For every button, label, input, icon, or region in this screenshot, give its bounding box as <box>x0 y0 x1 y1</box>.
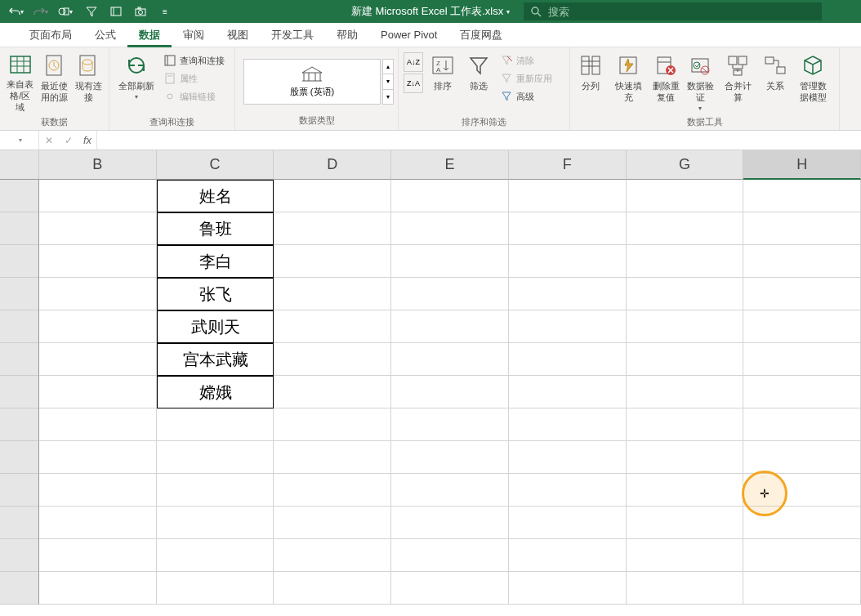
cell[interactable] <box>391 507 509 539</box>
row-header[interactable] <box>0 343 39 376</box>
cell[interactable] <box>274 507 391 539</box>
fx-label[interactable]: fx <box>78 131 97 150</box>
cell[interactable]: 姓名 <box>157 180 274 212</box>
tab-help[interactable]: 帮助 <box>325 23 369 47</box>
cell[interactable]: 鲁班 <box>157 212 274 245</box>
row-header[interactable] <box>0 441 39 474</box>
cell[interactable] <box>391 474 509 507</box>
cell[interactable] <box>274 212 391 245</box>
cell[interactable] <box>391 343 509 376</box>
col-header-B[interactable]: B <box>39 150 157 180</box>
sort-desc-button[interactable]: Z↓A <box>404 74 423 93</box>
cell[interactable] <box>157 408 274 441</box>
cell[interactable] <box>391 278 509 310</box>
cell[interactable] <box>627 507 744 539</box>
cell[interactable] <box>39 212 157 245</box>
qat-shape-button[interactable]: ▾ <box>56 2 78 21</box>
nav-down-button[interactable]: ▾ <box>383 74 393 89</box>
filter-button[interactable]: 筛选 <box>461 51 497 114</box>
cell[interactable] <box>274 474 391 507</box>
cell[interactable] <box>274 572 391 605</box>
cell[interactable] <box>274 180 391 212</box>
cell[interactable] <box>39 408 157 441</box>
cell[interactable]: 嫦娥 <box>157 376 274 408</box>
cell[interactable]: 宫本武藏 <box>157 343 274 376</box>
cell[interactable] <box>743 408 861 441</box>
col-header-D[interactable]: D <box>274 150 391 180</box>
manage-model-button[interactable]: 管理数据模型 <box>792 51 833 114</box>
cell[interactable] <box>274 408 391 441</box>
tab-power-pivot[interactable]: Power Pivot <box>369 23 448 47</box>
cell[interactable] <box>391 572 509 605</box>
undo-button[interactable]: ▾ <box>7 2 29 21</box>
row-header[interactable] <box>0 474 39 507</box>
tab-baidu[interactable]: 百度网盘 <box>448 23 514 47</box>
cell[interactable] <box>509 278 627 310</box>
select-all-corner[interactable] <box>0 150 39 180</box>
cell[interactable] <box>627 278 744 310</box>
recent-sources-button[interactable]: 最近使用的源 <box>38 51 72 114</box>
cell[interactable] <box>743 212 861 245</box>
cell[interactable] <box>391 180 509 212</box>
sort-asc-button[interactable]: A↓Z <box>404 52 423 72</box>
cell[interactable] <box>391 212 509 245</box>
cell[interactable] <box>39 441 157 474</box>
cell[interactable] <box>743 278 861 310</box>
tab-view[interactable]: 视图 <box>216 23 260 47</box>
cancel-formula-button[interactable]: ✕ <box>39 135 59 146</box>
cell[interactable] <box>274 278 391 310</box>
cell[interactable] <box>39 343 157 376</box>
filter-icon-button[interactable] <box>80 2 103 21</box>
remove-duplicates-button[interactable]: 删除重复值 <box>649 51 683 114</box>
search-box[interactable] <box>524 2 822 20</box>
consolidate-button[interactable]: 合并计算 <box>717 51 758 114</box>
from-table-button[interactable]: 来自表格/区域 <box>3 51 38 114</box>
row-header[interactable] <box>0 180 39 212</box>
cell[interactable] <box>627 539 744 572</box>
cell[interactable] <box>157 441 274 474</box>
cell[interactable] <box>627 474 744 507</box>
qat-customize-button[interactable]: ≡ <box>154 2 176 21</box>
tab-formulas[interactable]: 公式 <box>83 23 127 47</box>
col-header-E[interactable]: E <box>391 150 509 180</box>
cell[interactable] <box>627 376 744 408</box>
cell[interactable] <box>743 474 861 507</box>
cell[interactable] <box>39 180 157 212</box>
cell[interactable] <box>627 572 744 605</box>
tab-data[interactable]: 数据 <box>127 23 172 47</box>
search-input[interactable] <box>548 6 815 18</box>
flash-fill-button[interactable]: 快速填充 <box>608 51 649 114</box>
row-header[interactable] <box>0 278 39 310</box>
nav-up-button[interactable]: ▴ <box>383 60 393 74</box>
cell[interactable] <box>391 245 509 278</box>
spreadsheet-grid[interactable]: B C D E F G H 姓名鲁班李白张飞武则天宫本武藏嫦娥 <box>0 150 861 616</box>
nav-more-button[interactable]: ▾ <box>383 90 393 104</box>
cell[interactable] <box>743 539 861 572</box>
cell[interactable]: 李白 <box>157 245 274 278</box>
tab-developer[interactable]: 开发工具 <box>260 23 325 47</box>
col-header-H[interactable]: H <box>743 150 861 180</box>
cell[interactable] <box>509 212 627 245</box>
tab-page-layout[interactable]: 页面布局 <box>18 23 83 47</box>
refresh-all-button[interactable]: 全部刷新 ▾ <box>113 51 160 114</box>
accept-formula-button[interactable]: ✓ <box>59 135 78 146</box>
advanced-filter-button[interactable]: 高级 <box>497 88 555 105</box>
row-header[interactable] <box>0 212 39 245</box>
cell[interactable] <box>743 343 861 376</box>
cell[interactable] <box>509 572 627 605</box>
camera-icon-button[interactable] <box>129 2 152 21</box>
cell[interactable] <box>391 539 509 572</box>
col-header-G[interactable]: G <box>627 150 744 180</box>
row-header[interactable] <box>0 539 39 572</box>
cell[interactable] <box>39 310 157 343</box>
cell[interactable] <box>157 539 274 572</box>
cell[interactable] <box>274 245 391 278</box>
cell[interactable] <box>391 408 509 441</box>
cell[interactable] <box>509 539 627 572</box>
cell[interactable] <box>743 310 861 343</box>
cell[interactable] <box>743 245 861 278</box>
cell[interactable] <box>743 376 861 408</box>
cell[interactable] <box>509 474 627 507</box>
redo-button[interactable]: ▾ <box>31 2 54 21</box>
cell[interactable] <box>509 343 627 376</box>
